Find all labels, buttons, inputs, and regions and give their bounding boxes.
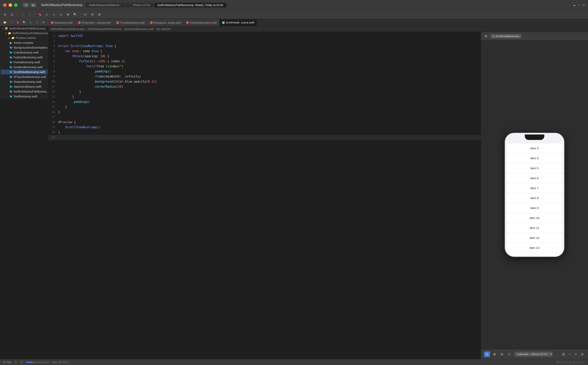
file-tab-4[interactable]: Backgroun...tcamp.swift — [147, 19, 184, 26]
title-bar: ⊞ ▶ SwiftUIMasteryPathBootcamp SwiftUIMa… — [0, 0, 588, 10]
search-icon[interactable]: 🔍 — [72, 12, 78, 17]
file-tree-btn[interactable]: ◱ — [9, 12, 15, 17]
forward-btn[interactable]: › — [27, 12, 32, 17]
title-tab-device[interactable]: 📱 iPhone 15 Pro — [126, 3, 153, 7]
back-btn[interactable]: ‹ — [20, 12, 25, 17]
sidebar-item-scrollview[interactable]: 🐦 ScrollViewBootcamp.swift — [1, 70, 47, 74]
phone-screen[interactable]: Item 3 Item 4 Item 5 Item 6 Item 7 Item … — [505, 141, 564, 257]
folder-icon[interactable]: 📁 — [2, 20, 7, 25]
breadcrumb-project[interactable]: SwiftUIMasteryPathBootcamp — [51, 28, 84, 30]
line-num-20: 20 — [48, 130, 58, 135]
breadcrumb-folder[interactable]: SwiftUIMasteryPathBootcamp — [88, 28, 121, 30]
swift-file-icon: 🐦 — [9, 46, 13, 49]
device-selector[interactable]: Automatic – iPhone 15 Pro — [514, 352, 553, 357]
zoom-out-btn[interactable]: − — [567, 351, 572, 357]
file-tab-3[interactable]: FrameBootcamp.swift — [114, 19, 147, 26]
line-num-4: 4 — [48, 49, 58, 54]
sidebar-item-preview-content[interactable]: ▶ 📁 Preview Content — [0, 35, 48, 40]
sidebar-background-label: BackgroundAndOverlayBoo... — [14, 46, 48, 49]
list-item-14: Item 14 — [507, 253, 562, 257]
title-tab-file[interactable]: SwiftUIMasteryPathBootc... — [86, 3, 125, 7]
title-tab-status[interactable]: SwiftUIMasteryPathBootcamp: Ready | Toda… — [154, 3, 226, 7]
phone-notch-area — [505, 133, 564, 141]
find-btn[interactable]: 🔍 — [22, 20, 27, 25]
code-line-9: 9 .frame(maxWidth: .infinity) — [48, 74, 481, 79]
file-tab-1[interactable]: tBootcamp.swift — [48, 19, 76, 26]
watermark: 掘金技术社区 @ zyosasa — [556, 360, 585, 364]
minimize-button[interactable] — [9, 3, 12, 7]
zoom-fit-btn[interactable]: ⊡ — [561, 351, 566, 357]
breakpoint-btn[interactable]: ⊙ — [58, 12, 64, 17]
info-btn[interactable]: ⓘ — [20, 360, 23, 364]
line-content-6: ForEach(1..<20) { index in — [58, 59, 481, 64]
folder-icon-3: 📁 — [11, 36, 15, 39]
sidebar-item-color[interactable]: 🐦 ColorBootcamp.swift — [1, 50, 47, 55]
line-content-13: } — [58, 94, 481, 99]
close-button[interactable] — [3, 3, 7, 7]
swift-icon-6 — [222, 21, 225, 24]
device-export-btn[interactable]: ⬡ — [506, 351, 512, 357]
sidebar-item-shapes[interactable]: 🐦 ShapesBootcamp.swift — [1, 79, 47, 84]
device-controls: ⊙ ⊞ ⊟ ⬡ — [484, 351, 512, 357]
code-line-4: 4 var body: some View { — [48, 49, 481, 54]
add-tab-btn[interactable]: ＋ — [578, 3, 580, 7]
device-grid-btn[interactable]: ⊟ — [499, 351, 505, 357]
sidebar-toggle-btn[interactable]: ⊞ — [23, 3, 29, 7]
component-name-btn[interactable]: ⊡ ScrollViewBootcamp — [490, 34, 521, 38]
sidebar-item-main-folder[interactable]: ▾ 📁 SwiftUIMasteryPathBootcamp — [0, 31, 48, 35]
sidebar-item-background[interactable]: 🐦 BackgroundAndOverlayBoo... — [1, 45, 47, 50]
device-circle-btn[interactable]: ⊙ — [484, 351, 490, 357]
split-btn[interactable]: ⊟ — [90, 12, 95, 17]
line-content-2 — [58, 39, 481, 44]
sidebar-toggle-icon[interactable]: ⊟ — [2, 12, 8, 17]
source-ctrl-btn[interactable]: ⑂ — [9, 20, 14, 25]
code-editor[interactable]: 1 import SwiftUI 2 3 struct ScrollViewBo… — [48, 32, 481, 359]
panel-btn[interactable]: ⊞ — [97, 12, 102, 17]
code-line-18: 18 #Preview { — [48, 120, 481, 125]
code-line-7: 7 Text("Item \(index)") — [48, 64, 481, 69]
breadcrumb-sep-3: › — [155, 28, 155, 30]
sidebar-item-assets[interactable]: ◉ Assets.xcassets — [1, 40, 47, 45]
device-square-btn[interactable]: ⊞ — [491, 351, 497, 357]
file-tab-5[interactable]: ForEachBootcamp.swift — [184, 19, 220, 26]
breadcrumb-file[interactable]: ScrollViewBootcamp.swift — [125, 28, 153, 30]
file-tab-6[interactable]: ScrollViewB...tcamp.swift — [220, 19, 257, 26]
line-content-7: Text("Item \(index)") — [58, 64, 481, 69]
sidebar-item-foreach[interactable]: 🐦 ForEachBootcamp.swift — [1, 55, 47, 60]
grid-btn[interactable]: ⊞ — [65, 12, 71, 17]
debug-btn[interactable]: ⚙ — [41, 20, 46, 25]
swift-icon-4 — [150, 21, 152, 24]
sidebar-item-text[interactable]: 🐦 TextBootcamp.swift — [1, 94, 47, 99]
diamond-btn[interactable]: ◇ — [51, 12, 56, 17]
line-content-16: } — [58, 110, 481, 115]
sidebar-item-frame[interactable]: 🐦 FrameBootcamp.swift — [1, 60, 47, 65]
test-btn[interactable]: ◇ — [35, 20, 40, 25]
sidebar-item-project-root[interactable]: ▾ 📦 SwiftUIMasteryPathBootcamp — [0, 26, 48, 31]
sidebar-item-main[interactable]: 🐦 SwiftUIMasteryPathBootca... — [1, 89, 47, 94]
fullscreen-button[interactable] — [14, 3, 18, 7]
layout-btn[interactable]: ⊡ — [83, 12, 88, 17]
line-num-6: 6 — [48, 59, 58, 64]
split-view-btn[interactable]: ⊡ — [583, 4, 585, 7]
sidebar-item-stacks[interactable]: 🐦 StacksAndSpacer.swift — [1, 84, 47, 89]
sidebar-item-sfsymbols[interactable]: 🐦 SFSymbolsBootcamp.swift — [1, 75, 47, 79]
filter-label: ⊞ Filter — [3, 361, 12, 364]
inspector-icon-btn[interactable]: ⚙ — [483, 34, 489, 39]
line-num-13: 13 — [48, 94, 58, 99]
warn-btn[interactable]: ⚠ — [44, 12, 49, 17]
run-btn[interactable]: ▶ — [30, 3, 36, 7]
file-tab-2[interactable]: SFSymbols...otcamp.swift — [76, 19, 114, 26]
line-content-18: #Preview { — [58, 120, 481, 125]
zoom-reset-btn[interactable]: ⊙ — [579, 351, 585, 357]
bookmark-list-btn[interactable]: 🔖 — [15, 20, 20, 25]
bookmark-btn[interactable]: 🔖 — [37, 12, 42, 17]
main-toolbar: ⊟ ◱ ‹ › 🔖 ⚠ ◇ ⊙ ⊞ 🔍 ⊡ ⊟ ⊞ — [0, 10, 588, 19]
file-tabs: tBootcamp.swift SFSymbols...otcamp.swift… — [48, 19, 588, 26]
sidebar-item-gradient[interactable]: 🐦 GradientBootcamp.swift — [1, 65, 47, 70]
warning-list-btn[interactable]: ⚠ — [28, 20, 33, 25]
breadcrumb-sep-2: › — [123, 28, 123, 30]
zoom-in-btn[interactable]: + — [573, 351, 579, 357]
sidebar-preview-label: Preview Content — [16, 36, 36, 39]
window-controls: ⊞ ▶ — [23, 3, 36, 7]
editor-area: tBootcamp.swift SFSymbols...otcamp.swift… — [48, 19, 588, 359]
